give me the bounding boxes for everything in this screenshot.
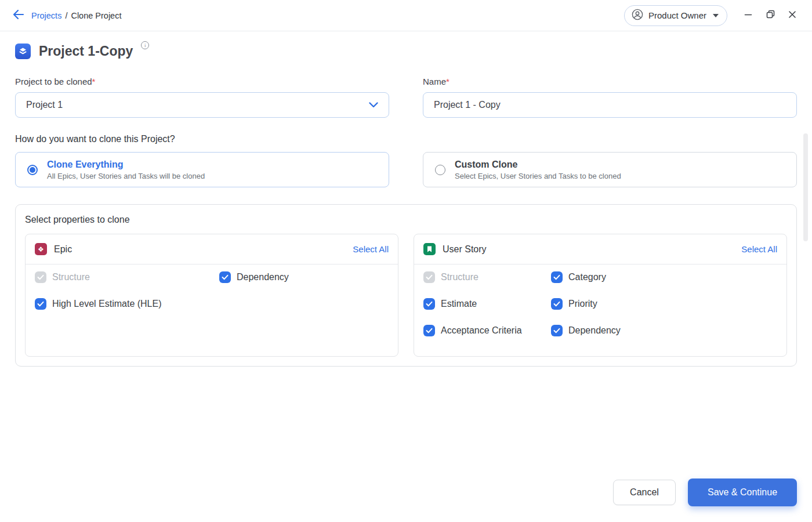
restore-button[interactable] <box>762 8 778 24</box>
checkbox-label: Estimate <box>441 299 477 309</box>
clone-everything-title: Clone Everything <box>47 159 205 171</box>
checkbox-label: Dependency <box>237 272 289 282</box>
radio-selected-icon[interactable] <box>27 165 38 175</box>
checkbox-checked-disabled-icon <box>423 271 435 283</box>
user-role-menu[interactable]: Product Owner <box>624 5 727 26</box>
checkbox-checked-icon[interactable] <box>551 325 563 336</box>
checkbox-checked-disabled-icon <box>35 271 46 283</box>
epic-group-name: Epic <box>54 244 72 255</box>
checkbox-checked-icon[interactable] <box>423 298 435 310</box>
custom-clone-option[interactable]: Custom Clone Select Epics, User Stories … <box>423 152 797 187</box>
scrollbar-thumb[interactable] <box>803 133 808 241</box>
checkbox-checked-icon[interactable] <box>551 271 563 283</box>
epic-structure-checkbox-row: Structure <box>35 271 219 283</box>
custom-clone-description: Select Epics, User Stories and Tasks to … <box>455 172 621 180</box>
close-icon <box>788 10 796 21</box>
checkbox-checked-icon[interactable] <box>423 325 435 336</box>
story-dependency-checkbox-row[interactable]: Dependency <box>551 325 777 336</box>
clone-everything-description: All Epics, User Stories and Tasks will b… <box>47 172 205 180</box>
restore-icon <box>766 10 775 21</box>
epic-dependency-checkbox-row[interactable]: Dependency <box>219 271 389 283</box>
user-story-group-body: Structure Category Estimate Priority <box>414 264 786 356</box>
project-select-label: Project to be cloned* <box>15 76 389 88</box>
name-input[interactable] <box>423 92 797 118</box>
checkbox-label: Acceptance Criteria <box>441 325 522 336</box>
checkbox-label: Structure <box>52 272 90 282</box>
page-title: Project 1-Copy <box>39 42 133 60</box>
breadcrumb-current: Clone Project <box>71 11 121 20</box>
epic-group-body: Structure Dependency High Level Estimate… <box>26 264 398 329</box>
minimize-icon <box>744 10 752 21</box>
required-asterisk: * <box>92 77 96 86</box>
custom-clone-title: Custom Clone <box>455 159 621 171</box>
user-story-group-name: User Story <box>443 244 487 255</box>
user-story-group-card: User Story Select All Structure Category… <box>414 234 787 357</box>
properties-section: Select properties to clone ❖ Epic Select… <box>15 204 797 367</box>
epic-group-header: ❖ Epic Select All <box>26 234 398 264</box>
project-select-value: Project 1 <box>26 100 63 110</box>
required-asterisk: * <box>446 77 449 86</box>
story-estimate-checkbox-row[interactable]: Estimate <box>423 298 551 310</box>
back-button[interactable] <box>9 6 28 25</box>
save-continue-button[interactable]: Save & Continue <box>688 478 797 506</box>
epic-select-all-link[interactable]: Select All <box>353 244 389 254</box>
user-story-select-all-link[interactable]: Select All <box>741 244 777 254</box>
checkbox-label: Priority <box>568 299 597 309</box>
checkbox-label: Structure <box>441 272 478 282</box>
story-structure-checkbox-row: Structure <box>423 271 551 283</box>
titlebar: Projects / Clone Project Product Owner <box>0 0 812 31</box>
name-label: Name* <box>423 76 797 88</box>
properties-groups: ❖ Epic Select All Structure Dependency <box>25 234 787 357</box>
checkbox-label: Dependency <box>568 325 621 336</box>
story-category-checkbox-row[interactable]: Category <box>551 271 777 283</box>
clone-mode-question: How do you want to clone this Project? <box>15 133 797 145</box>
clone-mode-options: Clone Everything All Epics, User Stories… <box>15 152 797 187</box>
epic-group-card: ❖ Epic Select All Structure Dependency <box>25 234 398 357</box>
properties-heading: Select properties to clone <box>25 214 787 226</box>
breadcrumb-projects-link[interactable]: Projects <box>31 11 61 20</box>
main-content: Project 1-Copy i Project to be cloned* P… <box>0 31 812 367</box>
story-priority-checkbox-row[interactable]: Priority <box>551 298 777 310</box>
user-icon <box>632 9 643 23</box>
clone-everything-option[interactable]: Clone Everything All Epics, User Stories… <box>15 152 389 187</box>
chevron-down-icon <box>369 100 378 110</box>
epic-hle-checkbox-row[interactable]: High Level Estimate (HLE) <box>35 298 219 310</box>
close-button[interactable] <box>784 8 800 24</box>
project-layers-icon <box>15 44 31 59</box>
page-title-row: Project 1-Copy i <box>15 42 797 60</box>
arrow-left-icon <box>13 9 24 22</box>
checkbox-checked-icon[interactable] <box>35 298 46 310</box>
project-select-dropdown[interactable]: Project 1 <box>15 92 389 118</box>
breadcrumb-separator: / <box>65 11 67 20</box>
user-story-icon <box>423 243 436 255</box>
info-icon[interactable]: i <box>141 41 149 49</box>
epic-icon: ❖ <box>35 243 47 255</box>
project-select-field: Project to be cloned* Project 1 <box>15 76 389 118</box>
checkbox-checked-icon[interactable] <box>551 298 563 310</box>
cancel-button[interactable]: Cancel <box>613 480 676 505</box>
story-acceptance-criteria-checkbox-row[interactable]: Acceptance Criteria <box>423 325 551 336</box>
window-controls <box>740 8 800 24</box>
chevron-down-icon <box>713 14 719 17</box>
name-field: Name* <box>423 76 797 118</box>
minimize-button[interactable] <box>740 8 756 24</box>
form-grid: Project to be cloned* Project 1 Name* <box>15 76 797 118</box>
footer-actions: Cancel Save & Continue <box>613 478 797 506</box>
user-story-group-header: User Story Select All <box>414 234 786 264</box>
breadcrumb: Projects / Clone Project <box>31 11 121 20</box>
checkbox-label: Category <box>568 272 606 282</box>
radio-unselected-icon[interactable] <box>435 165 445 175</box>
user-role-label: Product Owner <box>648 10 706 20</box>
checkbox-checked-icon[interactable] <box>219 271 231 283</box>
checkbox-label: High Level Estimate (HLE) <box>52 299 162 309</box>
